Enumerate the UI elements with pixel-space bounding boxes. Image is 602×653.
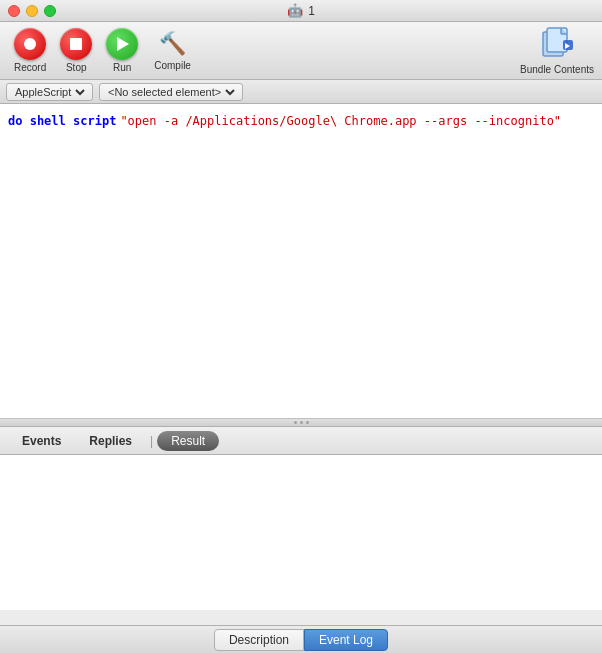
keyword-do-shell: do shell script <box>8 112 116 130</box>
app-icon: 🤖 <box>287 3 303 18</box>
record-toolbar-item[interactable]: Record <box>8 24 52 77</box>
window-controls <box>8 5 56 17</box>
bottom-tab-bar: Description Event Log <box>0 625 602 653</box>
title-bar: 🤖 1 <box>0 0 602 22</box>
record-label: Record <box>14 62 46 73</box>
run-toolbar-item[interactable]: Run <box>100 24 144 77</box>
record-icon <box>24 38 36 50</box>
toolbar: Record Stop Run 🔨 Compile <box>0 22 602 80</box>
tab-replies[interactable]: Replies <box>75 431 146 451</box>
bundle-contents-toolbar-item[interactable]: Bundle Contents <box>520 26 594 75</box>
tabs-bar: Events Replies | Result <box>0 427 602 455</box>
tab-result[interactable]: Result <box>157 431 219 451</box>
toolbar-left: Record Stop Run 🔨 Compile <box>8 24 199 77</box>
run-icon <box>117 37 129 51</box>
controls-bar: AppleScript JavaScript <No selected elem… <box>0 80 602 104</box>
language-select-input[interactable]: AppleScript JavaScript <box>11 85 88 99</box>
language-selector[interactable]: AppleScript JavaScript <box>6 83 93 101</box>
compile-icon: 🔨 <box>159 30 187 58</box>
code-line: do shell script "open -a /Applications/G… <box>8 112 594 130</box>
stop-toolbar-item[interactable]: Stop <box>54 24 98 77</box>
stop-label: Stop <box>66 62 87 73</box>
element-select-input[interactable]: <No selected element> <box>104 85 238 99</box>
run-button[interactable] <box>106 28 138 60</box>
result-area <box>0 455 602 610</box>
tab-event-log[interactable]: Event Log <box>304 629 388 651</box>
close-button[interactable] <box>8 5 20 17</box>
record-button[interactable] <box>14 28 46 60</box>
stop-button[interactable] <box>60 28 92 60</box>
stop-icon <box>70 38 82 50</box>
tab-events[interactable]: Events <box>8 431 75 451</box>
code-string: "open -a /Applications/Google\ Chrome.ap… <box>120 112 561 130</box>
tab-divider: | <box>146 434 157 448</box>
maximize-button[interactable] <box>44 5 56 17</box>
compile-toolbar-item[interactable]: 🔨 Compile <box>146 26 199 75</box>
bundle-icon <box>539 26 575 62</box>
editor-area[interactable]: do shell script "open -a /Applications/G… <box>0 104 602 419</box>
window-title: 🤖 1 <box>287 3 315 18</box>
minimize-button[interactable] <box>26 5 38 17</box>
resize-dots <box>294 421 309 424</box>
bundle-label: Bundle Contents <box>520 64 594 75</box>
resize-handle[interactable] <box>0 419 602 427</box>
tab-description[interactable]: Description <box>214 629 304 651</box>
main-content: do shell script "open -a /Applications/G… <box>0 104 602 653</box>
compile-label: Compile <box>154 60 191 71</box>
run-label: Run <box>113 62 131 73</box>
title-text: 1 <box>308 4 315 18</box>
element-selector[interactable]: <No selected element> <box>99 83 243 101</box>
